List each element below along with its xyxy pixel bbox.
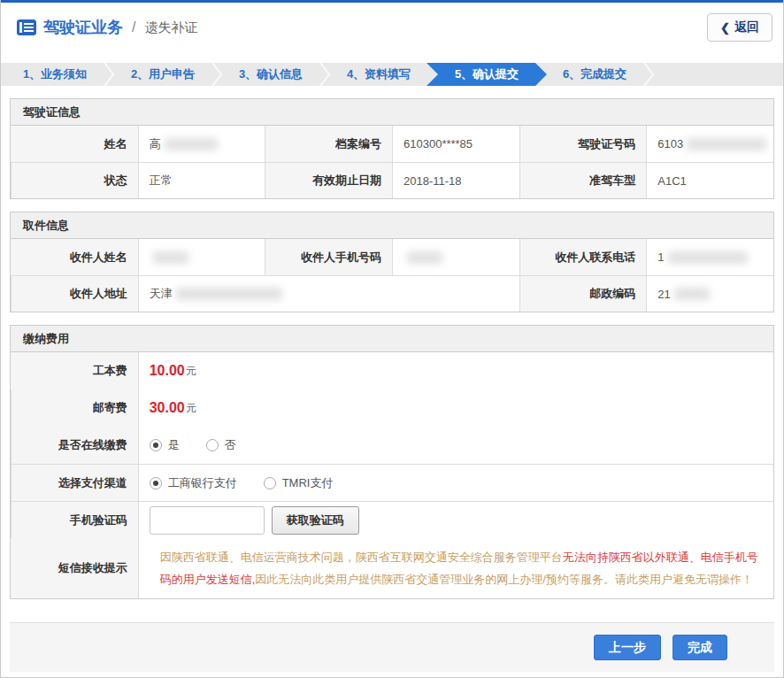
delivery-table: 收件人姓名 收件人手机号码 收件人联系电话 1 收件人地址 天津 邮政编码 21: [11, 239, 773, 312]
header: 驾驶证业务 / 遗失补证 ❮ 返回: [1, 3, 783, 52]
status-value: 正常: [138, 162, 265, 198]
tab-step-2[interactable]: 2、用户申告: [109, 63, 217, 86]
expiry-value: 2018-11-18: [392, 162, 519, 198]
recipient-phone-value: 1: [646, 239, 773, 275]
license-table: 姓名 高 档案编号 610300****85 驾驶证号码 6103 状态 正常 …: [11, 126, 773, 198]
page-title: 驾驶证业务: [43, 17, 123, 38]
list-icon: [17, 19, 36, 35]
name-label: 姓名: [11, 126, 138, 162]
breadcrumb: 驾驶证业务 / 遗失补证: [17, 17, 197, 38]
tab-separator-icon: [211, 63, 222, 86]
get-code-button[interactable]: 获取验证码: [272, 506, 359, 535]
file-no-label: 档案编号: [265, 126, 392, 162]
radio-online-no[interactable]: 否: [206, 437, 236, 453]
recipient-address-label: 收件人地址: [11, 275, 138, 312]
sms-code-input[interactable]: [150, 506, 265, 535]
back-button-label: 返回: [734, 19, 759, 35]
tab-step-1-label: 1、业务须知: [23, 66, 87, 82]
expiry-label: 有效期止日期: [265, 162, 392, 198]
radio-selected-icon: [150, 477, 162, 489]
tab-step-3-label: 3、确认信息: [239, 66, 303, 82]
chevron-left-icon: ❮: [720, 21, 730, 35]
radio-unselected-icon: [264, 477, 276, 489]
payment-section: 缴纳费用 工本费 10.00元 邮寄费 30.00元 是否在线缴费 是 否 选择…: [10, 325, 774, 599]
tab-separator-icon: [643, 63, 654, 86]
postage-fee-label: 邮寄费: [11, 389, 138, 427]
step-tabs: 1、业务须知 2、用户申告 3、确认信息 4、资料填写 5、确认提交 6、完成提…: [1, 63, 783, 86]
breadcrumb-separator: /: [132, 19, 135, 35]
finish-button[interactable]: 完成: [673, 635, 727, 660]
tab-step-6-label: 6、完成提交: [563, 66, 626, 82]
tab-step-3[interactable]: 3、确认信息: [217, 63, 325, 86]
vehicle-class-value: A1C1: [646, 162, 773, 198]
pay-channel-options: 工商银行支付 TMRI支付: [138, 464, 773, 501]
redacted-blur: [176, 288, 282, 300]
name-value: 高: [138, 126, 265, 162]
online-pay-options: 是 否: [138, 427, 773, 464]
tab-step-5-label: 5、确认提交: [455, 66, 519, 82]
radio-channel-icbc[interactable]: 工商银行支付: [150, 475, 237, 491]
footer-action-bar: 上一步 完成: [10, 622, 774, 672]
main-content: 驾驶证信息 姓名 高 档案编号 610300****85 驾驶证号码 6103 …: [1, 98, 783, 599]
work-fee-value: 10.00元: [138, 352, 773, 389]
tab-step-4-label: 4、资料填写: [347, 66, 411, 82]
file-no-value: 610300****85: [392, 126, 519, 162]
postal-code-label: 邮政编码: [519, 275, 647, 312]
tab-separator-icon: [319, 63, 330, 86]
step-tabs-bar: 1、业务须知 2、用户申告 3、确认信息 4、资料填写 5、确认提交 6、完成提…: [1, 63, 783, 86]
back-button[interactable]: ❮ 返回: [707, 13, 772, 42]
radio-unselected-icon: [206, 439, 219, 451]
radio-channel-icbc-label: 工商银行支付: [168, 475, 237, 491]
license-info-section: 驾驶证信息 姓名 高 档案编号 610300****85 驾驶证号码 6103 …: [10, 98, 774, 199]
license-no-value: 6103: [646, 126, 773, 162]
radio-channel-tmri-label: TMRI支付: [282, 475, 334, 491]
delivery-section-title: 取件信息: [11, 212, 773, 239]
radio-online-yes[interactable]: 是: [150, 437, 180, 453]
redacted-blur: [687, 138, 766, 150]
previous-step-button[interactable]: 上一步: [594, 635, 661, 660]
online-pay-label: 是否在线缴费: [11, 427, 138, 464]
vehicle-class-label: 准驾车型: [519, 162, 647, 198]
status-label: 状态: [11, 162, 138, 198]
pay-channel-label: 选择支付渠道: [11, 464, 138, 501]
sms-notice-label: 短信接收提示: [11, 538, 138, 598]
tab-step-2-label: 2、用户申告: [131, 66, 195, 82]
redacted-blur: [674, 288, 710, 300]
recipient-address-value: 天津: [138, 275, 519, 312]
recipient-mobile-value: [392, 239, 519, 275]
radio-online-yes-label: 是: [168, 437, 180, 453]
postage-fee-value: 30.00元: [138, 389, 773, 427]
sms-code-label: 手机验证码: [11, 501, 138, 538]
recipient-mobile-label: 收件人手机号码: [265, 239, 392, 275]
redacted-blur: [165, 138, 218, 150]
radio-channel-tmri[interactable]: TMRI支付: [264, 475, 334, 491]
radio-online-no-label: 否: [225, 437, 236, 453]
tab-separator-icon: [104, 63, 114, 86]
delivery-info-section: 取件信息 收件人姓名 收件人手机号码 收件人联系电话 1 收件人地址 天津 邮政…: [10, 212, 774, 312]
redacted-blur: [153, 251, 188, 264]
page: 驾驶证业务 / 遗失补证 ❮ 返回 1、业务须知 2、用户申告 3、确认信息 4…: [0, 0, 784, 678]
license-no-label: 驾驶证号码: [519, 126, 647, 162]
payment-section-title: 缴纳费用: [11, 326, 773, 352]
recipient-name-label: 收件人姓名: [11, 239, 138, 275]
recipient-name-value: [138, 239, 265, 275]
tab-step-6[interactable]: 6、完成提交: [541, 63, 649, 86]
sms-notice-value: 因陕西省联通、电信运营商技术问题，陕西省互联网交通安全综合服务管理平台无法向持陕…: [138, 538, 773, 598]
tab-step-4[interactable]: 4、资料填写: [325, 63, 433, 86]
recipient-phone-label: 收件人联系电话: [519, 239, 647, 275]
tab-step-5[interactable]: 5、确认提交: [427, 63, 547, 86]
sms-notice-text: 因陕西省联通、电信运营商技术问题，陕西省互联网交通安全综合服务管理平台无法向持陕…: [150, 539, 773, 597]
postal-code-value: 21: [646, 275, 773, 312]
payment-table: 工本费 10.00元 邮寄费 30.00元 是否在线缴费 是 否 选择支付渠道 …: [11, 352, 773, 598]
license-section-title: 驾驶证信息: [11, 99, 773, 126]
sms-code-row: 获取验证码: [138, 501, 773, 538]
tab-step-1[interactable]: 1、业务须知: [1, 63, 109, 86]
redacted-blur: [407, 251, 442, 264]
radio-selected-icon: [150, 439, 162, 451]
work-fee-label: 工本费: [11, 352, 138, 389]
redacted-blur: [668, 251, 748, 264]
page-subtitle: 遗失补证: [144, 19, 197, 36]
